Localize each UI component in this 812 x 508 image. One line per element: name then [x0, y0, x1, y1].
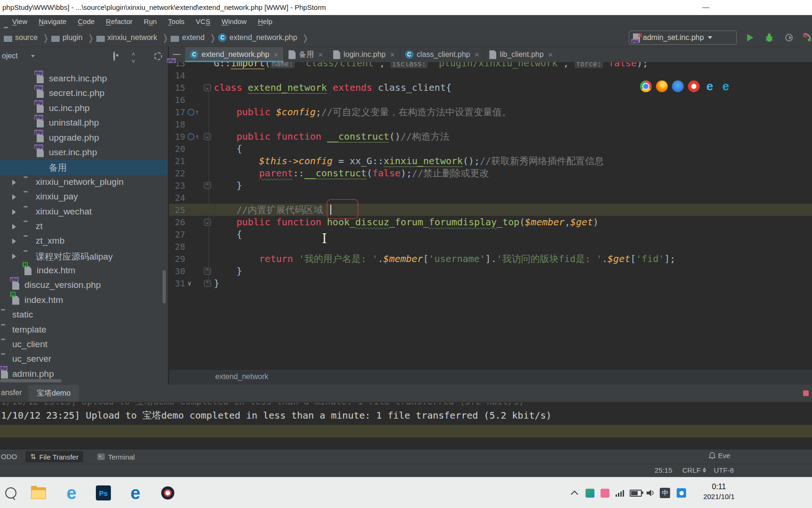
- editor-tab-extend_network.php[interactable]: Cextend_network.php✕: [185, 47, 284, 62]
- taskbar-ie-icon[interactable]: e: [62, 477, 81, 508]
- tray-network-icon[interactable]: [614, 477, 626, 508]
- tree-item-xinxiu_pay[interactable]: xinxiu_pay: [0, 190, 168, 204]
- tree-item-user.inc.php[interactable]: user.inc.php: [0, 145, 168, 160]
- code-line-18[interactable]: 18: [169, 118, 812, 130]
- tree-item-upgrade.php[interactable]: upgrade.php: [0, 131, 168, 145]
- close-tab-icon[interactable]: ✕: [548, 51, 553, 58]
- coverage-button[interactable]: [785, 33, 794, 42]
- tree-item-备用[interactable]: 备用: [0, 160, 168, 175]
- todo-tab[interactable]: ODO: [1, 452, 17, 460]
- menu-item-code[interactable]: Code: [72, 15, 100, 28]
- close-tab-icon[interactable]: ✕: [318, 51, 323, 58]
- code-editor[interactable]: 13G::import(name: 'class/client', isclas…: [169, 62, 812, 369]
- menu-item-window[interactable]: Window: [216, 15, 252, 28]
- tree-item-search.inc.php[interactable]: search.inc.php: [0, 71, 168, 86]
- collapse-all-icon[interactable]: ˄˅: [132, 51, 135, 65]
- code-line-26[interactable]: 26⌄ public function hook_discuz_forum_fo…: [169, 216, 812, 228]
- override-gutter-icon[interactable]: [187, 133, 195, 140]
- tree-item-static[interactable]: static: [0, 308, 168, 322]
- safari-browser-icon[interactable]: [672, 80, 684, 92]
- edge-browser-icon[interactable]: e: [720, 80, 732, 92]
- chrome-browser-icon[interactable]: [640, 80, 652, 92]
- code-line-13[interactable]: 13G::import(name: 'class/client', isclas…: [169, 62, 812, 69]
- editor-tab-class_client.php[interactable]: Cclass_client.php✕: [400, 47, 485, 62]
- editor-tab-备用[interactable]: 备用✕: [284, 47, 328, 62]
- close-tab-icon[interactable]: ✕: [273, 51, 279, 58]
- breadcrumb-item-source[interactable]: source: [4, 33, 38, 42]
- event-log-tab[interactable]: Eve: [709, 452, 730, 460]
- run-configuration-select[interactable]: admin_set.inc.php: [629, 31, 737, 45]
- collapse-chevron-icon[interactable]: ∨: [187, 279, 191, 287]
- taskbar-search-icon[interactable]: [3, 477, 19, 508]
- tree-item-template[interactable]: template: [0, 323, 168, 337]
- tray-battery-icon[interactable]: [629, 477, 643, 508]
- opera-browser-icon[interactable]: [688, 80, 700, 92]
- breadcrumb-item-extend_network.php[interactable]: Cextend_network.php: [218, 33, 297, 42]
- taskbar-photoshop-icon[interactable]: Ps: [94, 477, 113, 508]
- tray-volume-icon[interactable]: [645, 477, 657, 508]
- breadcrumb-item-extend[interactable]: extend: [171, 33, 204, 42]
- chevron-right-icon[interactable]: [12, 224, 16, 230]
- ie-browser-icon[interactable]: e: [704, 80, 716, 92]
- tree-item-secret.inc.php[interactable]: secret.inc.php: [0, 86, 168, 101]
- tree-item-index.htm[interactable]: index.htm: [0, 293, 168, 308]
- close-tab-icon[interactable]: ✕: [475, 51, 480, 58]
- chevron-down-icon[interactable]: [31, 55, 35, 57]
- chevron-right-icon[interactable]: [12, 254, 16, 259]
- code-line-25[interactable]: 25 //内置扩展代码区域: [169, 204, 812, 216]
- breadcrumb-item-plugin[interactable]: plugin: [51, 33, 83, 42]
- firefox-browser-icon[interactable]: [656, 80, 668, 92]
- code-line-14[interactable]: 14: [169, 69, 812, 81]
- tree-item-discuz_version.php[interactable]: discuz_version.php: [0, 278, 168, 293]
- code-line-21[interactable]: 21 $this->config = xx_G::xinxiu_network(…: [169, 155, 812, 167]
- menu-item-view[interactable]: View: [7, 15, 33, 28]
- tree-item-zt[interactable]: zt: [0, 219, 168, 234]
- debug-listener-button[interactable]: [803, 32, 812, 43]
- chevron-right-icon[interactable]: [12, 194, 16, 200]
- menu-item-vcs[interactable]: VCS: [190, 15, 216, 28]
- code-line-17[interactable]: 17↑ public $config;//可自定义变量，在构造方法中设置变量值。: [169, 106, 812, 118]
- tree-vertical-scrollbar[interactable]: [163, 270, 166, 303]
- menu-item-tools[interactable]: Tools: [163, 15, 190, 28]
- console-tab-transfer[interactable]: ansfer: [1, 389, 22, 397]
- code-line-29[interactable]: 29 return '我的用户名是: '.$member['username']…: [169, 253, 812, 265]
- code-line-16[interactable]: 16: [169, 94, 812, 106]
- chevron-right-icon[interactable]: [12, 238, 16, 244]
- code-line-28[interactable]: 28: [169, 240, 812, 253]
- console-tab-baota-demo[interactable]: 宝塔demo: [28, 385, 79, 402]
- menu-item-navigate[interactable]: Navigate: [33, 15, 72, 28]
- code-line-24[interactable]: 24: [169, 191, 812, 204]
- gear-icon[interactable]: [154, 52, 162, 60]
- minimize-button[interactable]: —: [697, 0, 714, 15]
- chevron-right-icon[interactable]: [12, 209, 16, 215]
- taskbar-edge-icon[interactable]: e: [126, 477, 145, 508]
- tree-item-uc.inc.php[interactable]: uc.inc.php: [0, 101, 168, 116]
- fold-marker-icon[interactable]: ⌃: [204, 268, 211, 275]
- fold-marker-icon[interactable]: ⌄: [204, 133, 211, 140]
- chevron-right-icon[interactable]: [12, 180, 16, 185]
- terminal-tab[interactable]: >_ Terminal: [97, 451, 135, 462]
- tray-app-icon-green[interactable]: [584, 477, 596, 508]
- tray-qq-icon[interactable]: [675, 477, 688, 508]
- code-line-20[interactable]: 20 {: [169, 143, 812, 155]
- debug-button[interactable]: [765, 33, 773, 42]
- code-line-22[interactable]: 22 parent::__construct(false);//禁止删除或更改: [169, 167, 812, 179]
- taskbar-explorer-icon[interactable]: [29, 477, 48, 508]
- editor-tab-lib_client.php[interactable]: lib_client.php✕: [484, 47, 558, 62]
- code-line-31[interactable]: 31∨⌃}: [169, 277, 812, 289]
- override-gutter-icon[interactable]: [187, 109, 195, 116]
- code-line-19[interactable]: 19↑⌄ public function __construct()//构造方法: [169, 130, 812, 143]
- editor-breadcrumb-item[interactable]: extend_network: [215, 373, 268, 381]
- taskbar-clock[interactable]: 0:11 2021/10/1: [696, 477, 742, 508]
- fold-marker-icon[interactable]: ⌄: [204, 84, 211, 91]
- tree-item-课程对应源码alipay[interactable]: 课程对应源码alipay: [0, 249, 168, 263]
- tree-item-xinxiu_network_plugin[interactable]: xinxiu_network_plugin: [0, 175, 168, 190]
- tree-item-index.htm[interactable]: index.htm: [0, 263, 168, 278]
- code-line-23[interactable]: 23⌃ }: [169, 179, 812, 191]
- tray-ime-icon[interactable]: 中: [658, 477, 672, 508]
- close-tab-icon[interactable]: ✕: [390, 51, 395, 58]
- menu-item-run[interactable]: Run: [138, 15, 163, 28]
- tree-item-xinxiu_wechat[interactable]: xinxiu_wechat: [0, 205, 168, 219]
- line-ending-selector[interactable]: CRLF: [682, 466, 706, 474]
- menu-item-refactor[interactable]: Refactor: [100, 15, 138, 28]
